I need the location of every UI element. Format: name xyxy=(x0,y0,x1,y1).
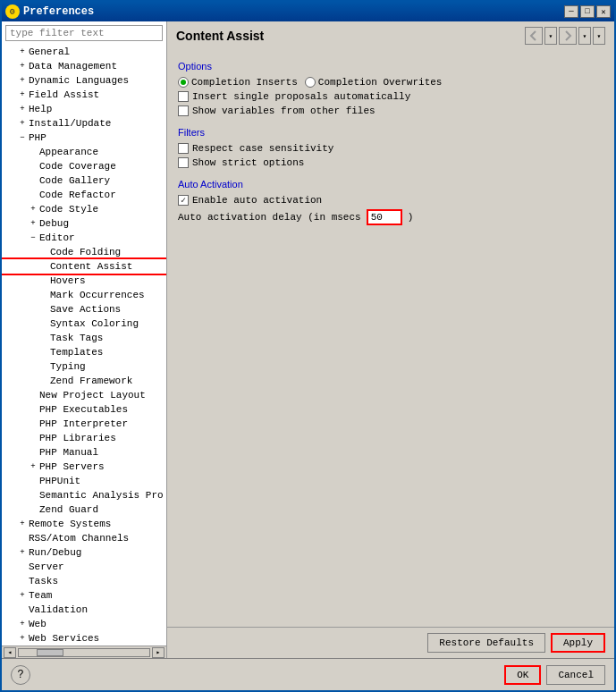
sidebar-item-install-update[interactable]: + Install/Update xyxy=(2,116,166,131)
sidebar-label-validation: Validation xyxy=(29,604,88,615)
sidebar-item-content-assist[interactable]: Content Assist xyxy=(2,259,166,274)
show-strict-checkbox[interactable] xyxy=(178,157,189,168)
sidebar-item-remote-systems[interactable]: + Remote Systems xyxy=(2,517,166,531)
minimize-button[interactable]: — xyxy=(564,5,578,18)
scroll-thumb[interactable] xyxy=(37,649,63,656)
enable-auto-checkbox[interactable] xyxy=(178,195,189,206)
sidebar-item-run-debug[interactable]: + Run/Debug xyxy=(2,545,166,560)
sidebar-label-general: General xyxy=(29,46,70,57)
sidebar-item-zend-framework[interactable]: Zend Framework xyxy=(2,374,166,388)
apply-button[interactable]: Apply xyxy=(551,633,605,653)
delay-input[interactable] xyxy=(367,209,402,225)
scroll-left-btn[interactable]: ◂ xyxy=(4,647,16,658)
sidebar-item-typing[interactable]: Typing xyxy=(2,359,166,374)
sidebar-item-team[interactable]: + Team xyxy=(2,588,166,603)
sidebar-item-tasks[interactable]: Tasks xyxy=(2,574,166,588)
sidebar-item-dynamic-languages[interactable]: + Dynamic Languages xyxy=(2,73,166,88)
nav-back-button[interactable] xyxy=(525,27,543,45)
expand-icon: + xyxy=(16,60,29,72)
sidebar-item-code-folding[interactable]: Code Folding xyxy=(2,245,166,259)
respect-case-checkbox[interactable] xyxy=(178,143,189,154)
filters-section: Filters Respect case sensitivity Show st… xyxy=(178,127,603,168)
insert-single-checkbox[interactable] xyxy=(178,91,189,102)
sidebar-label-editor: Editor xyxy=(39,232,75,243)
sidebar-item-task-tags[interactable]: Task Tags xyxy=(2,331,166,345)
scroll-track[interactable] xyxy=(18,648,150,657)
spacer xyxy=(38,375,50,387)
sidebar-item-php-servers[interactable]: + PHP Servers xyxy=(2,460,166,474)
show-strict-row[interactable]: Show strict options xyxy=(178,157,603,168)
sidebar-item-web-services[interactable]: + Web Services xyxy=(2,631,166,646)
sidebar-item-templates[interactable]: Templates xyxy=(2,345,166,359)
filter-input[interactable] xyxy=(5,25,163,41)
sidebar-item-help[interactable]: + Help xyxy=(2,102,166,116)
insert-single-row[interactable]: Insert single proposals automatically xyxy=(178,91,603,102)
sidebar-item-validation[interactable]: Validation xyxy=(2,603,166,617)
completion-inserts-radio[interactable]: Completion Inserts xyxy=(178,77,298,88)
nav-back-dropdown[interactable]: ▾ xyxy=(544,27,557,45)
nav-forward-button[interactable] xyxy=(559,27,577,45)
show-variables-row[interactable]: Show variables from other files xyxy=(178,105,603,116)
sidebar-label-field-assist: Field Assist xyxy=(29,89,99,100)
sidebar-item-code-coverage[interactable]: Code Coverage xyxy=(2,159,166,173)
sidebar-item-general[interactable]: + General xyxy=(2,45,166,59)
sidebar-item-mark-occurrences[interactable]: Mark Occurrences xyxy=(2,288,166,302)
sidebar-item-editor[interactable]: − Editor xyxy=(2,231,166,245)
panel-title: Content Assist xyxy=(176,29,264,43)
nav-menu-dropdown[interactable]: ▾ xyxy=(593,27,605,45)
tree-area: + General + Data Management + Dynamic La… xyxy=(2,45,166,646)
radio-inserts[interactable] xyxy=(178,77,189,88)
panel-header: Content Assist ▾ ▾ ▾ xyxy=(167,21,614,50)
expand-icon: + xyxy=(27,217,39,230)
delay-label: Auto activation delay (in msecs xyxy=(178,212,361,223)
completion-radio-row: Completion Inserts Completion Overwrites xyxy=(178,77,603,88)
completion-overwrites-radio[interactable]: Completion Overwrites xyxy=(305,77,443,88)
maximize-button[interactable]: □ xyxy=(580,5,595,18)
sidebar-item-zend-guard[interactable]: Zend Guard xyxy=(2,502,166,517)
sidebar-item-php-libraries[interactable]: PHP Libraries xyxy=(2,431,166,445)
expand-icon: + xyxy=(16,46,29,58)
ok-button[interactable]: OK xyxy=(504,665,541,685)
sidebar-item-syntax-coloring[interactable]: Syntax Coloring xyxy=(2,316,166,331)
spacer xyxy=(38,303,50,316)
sidebar-item-rss-atom[interactable]: RSS/Atom Channels xyxy=(2,531,166,545)
sidebar-label-remote-systems: Remote Systems xyxy=(29,519,111,529)
spacer xyxy=(27,160,39,173)
help-button[interactable]: ? xyxy=(11,665,30,685)
sidebar-item-appearance[interactable]: Appearance xyxy=(2,145,166,159)
spacer xyxy=(38,246,50,258)
cancel-button[interactable]: Cancel xyxy=(546,665,605,685)
sidebar-item-data-management[interactable]: + Data Management xyxy=(2,59,166,73)
sidebar-item-hovers[interactable]: Hovers xyxy=(2,274,166,288)
sidebar-item-php-interpreter[interactable]: PHP Interpreter xyxy=(2,417,166,431)
sidebar-item-debug[interactable]: + Debug xyxy=(2,216,166,231)
sidebar-item-php-manual[interactable]: PHP Manual xyxy=(2,445,166,460)
sidebar-item-phpunit[interactable]: PHPUnit xyxy=(2,474,166,488)
sidebar-item-code-gallery[interactable]: Code Gallery xyxy=(2,173,166,188)
scroll-right-btn[interactable]: ▸ xyxy=(152,647,165,658)
sidebar-item-web[interactable]: + Web xyxy=(2,617,166,631)
restore-defaults-button[interactable]: Restore Defaults xyxy=(427,633,545,653)
sidebar-item-server[interactable]: Server xyxy=(2,560,166,574)
sidebar-item-semantic-analysis[interactable]: Semantic Analysis Pro xyxy=(2,488,166,502)
sidebar-item-code-style[interactable]: + Code Style xyxy=(2,202,166,216)
sidebar-label-rss-atom: RSS/Atom Channels xyxy=(29,533,129,544)
sidebar-item-code-refactor[interactable]: Code Refactor xyxy=(2,188,166,202)
nav-forward-dropdown[interactable]: ▾ xyxy=(578,27,591,45)
expand-icon: + xyxy=(16,89,29,101)
sidebar-item-new-project-layout[interactable]: New Project Layout xyxy=(2,388,166,402)
respect-case-label: Respect case sensitivity xyxy=(192,143,333,154)
window-title: Preferences xyxy=(23,5,94,18)
close-button[interactable]: ✕ xyxy=(596,5,611,18)
radio-overwrites[interactable] xyxy=(305,77,316,88)
sidebar-item-php[interactable]: − PHP xyxy=(2,131,166,145)
respect-case-row[interactable]: Respect case sensitivity xyxy=(178,143,603,154)
spacer xyxy=(27,475,39,487)
expand-icon: + xyxy=(16,546,29,559)
sidebar-item-php-executables[interactable]: PHP Executables xyxy=(2,402,166,417)
show-variables-checkbox[interactable] xyxy=(178,105,189,116)
sidebar-label-phpunit: PHPUnit xyxy=(39,476,80,486)
sidebar-item-field-assist[interactable]: + Field Assist xyxy=(2,88,166,102)
sidebar-item-save-actions[interactable]: Save Actions xyxy=(2,302,166,316)
enable-auto-row[interactable]: Enable auto activation xyxy=(178,195,603,206)
